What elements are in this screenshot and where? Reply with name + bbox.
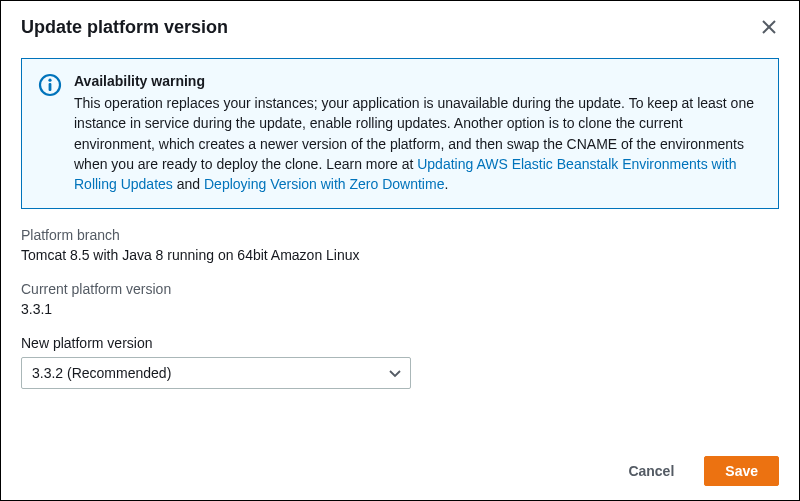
current-version-value: 3.3.1 bbox=[21, 301, 779, 317]
alert-title: Availability warning bbox=[74, 73, 762, 89]
info-icon bbox=[38, 73, 62, 97]
platform-branch-field: Platform branch Tomcat 8.5 with Java 8 r… bbox=[21, 227, 779, 263]
new-version-selected-text: 3.3.2 (Recommended) bbox=[32, 365, 171, 381]
alert-text: This operation replaces your instances; … bbox=[74, 93, 762, 194]
close-icon bbox=[762, 20, 776, 34]
current-version-label: Current platform version bbox=[21, 281, 779, 297]
svg-point-3 bbox=[48, 79, 51, 82]
alert-text-part3: . bbox=[444, 176, 448, 192]
modal-header: Update platform version bbox=[1, 1, 799, 50]
alert-text-part2: and bbox=[173, 176, 204, 192]
zero-downtime-link[interactable]: Deploying Version with Zero Downtime bbox=[204, 176, 444, 192]
save-button[interactable]: Save bbox=[704, 456, 779, 486]
cancel-button[interactable]: Cancel bbox=[608, 457, 694, 485]
modal-footer: Cancel Save bbox=[608, 456, 779, 486]
modal-title: Update platform version bbox=[21, 17, 228, 38]
new-version-select-wrapper: 3.3.2 (Recommended) bbox=[21, 357, 411, 389]
alert-content: Availability warning This operation repl… bbox=[74, 73, 762, 194]
new-version-select[interactable]: 3.3.2 (Recommended) bbox=[21, 357, 411, 389]
new-version-field: New platform version 3.3.2 (Recommended) bbox=[21, 335, 779, 389]
platform-branch-label: Platform branch bbox=[21, 227, 779, 243]
current-version-field: Current platform version 3.3.1 bbox=[21, 281, 779, 317]
update-platform-modal: Update platform version Availability war… bbox=[0, 0, 800, 501]
new-version-label: New platform version bbox=[21, 335, 779, 351]
modal-body: Availability warning This operation repl… bbox=[1, 58, 799, 389]
close-button[interactable] bbox=[759, 17, 779, 37]
availability-warning-alert: Availability warning This operation repl… bbox=[21, 58, 779, 209]
svg-rect-4 bbox=[49, 83, 52, 91]
platform-branch-value: Tomcat 8.5 with Java 8 running on 64bit … bbox=[21, 247, 779, 263]
